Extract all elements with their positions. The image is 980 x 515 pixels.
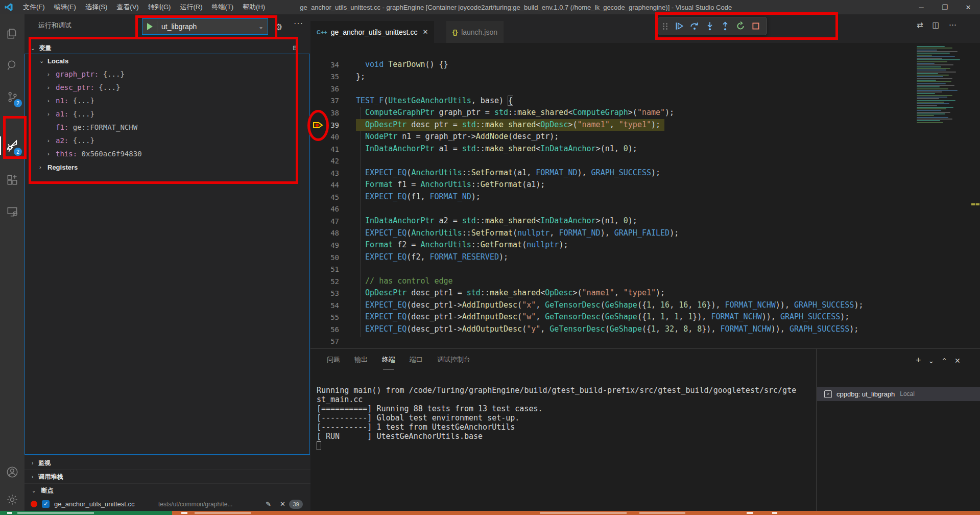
breakpoint-checkbox[interactable]: ✓ (42, 500, 50, 508)
code-line[interactable]: 57 (310, 336, 980, 348)
variables-scope-row[interactable]: ⌄Locals (25, 54, 309, 67)
code-line[interactable]: 36 (310, 83, 980, 95)
gutter[interactable] (310, 203, 326, 216)
panel-tab[interactable]: 终端 (382, 355, 395, 365)
start-debug-icon[interactable] (147, 23, 153, 30)
continue-button[interactable] (672, 18, 687, 34)
collapse-all-icon[interactable]: ⊟ (293, 44, 298, 52)
close-tab-icon[interactable]: ✕ (422, 28, 428, 36)
gutter[interactable] (310, 311, 326, 323)
terminal-session-item[interactable]: > cppdbg: ut_libgraph Local (817, 387, 980, 401)
variable-row[interactable]: f1: ge::FORMAT_NCHW (25, 121, 309, 134)
code-line[interactable]: 51 (310, 263, 980, 275)
edit-breakpoint-icon[interactable]: ✎ (266, 500, 271, 508)
gutter[interactable] (310, 323, 326, 336)
maximize-panel-icon[interactable]: ⌃ (941, 357, 947, 365)
editor-more-icon[interactable]: ⋯ (949, 20, 957, 30)
gutter[interactable] (310, 155, 326, 167)
extensions-icon[interactable] (0, 168, 25, 192)
menu-item[interactable]: 运行(R) (175, 3, 207, 12)
code-editor[interactable]: 34 void TearDown() {}35};3637TEST_F(Utes… (310, 43, 980, 348)
variable-row[interactable]: ›n1: {...} (25, 94, 309, 107)
code-line[interactable]: 46 (310, 203, 980, 216)
gutter[interactable] (310, 179, 326, 191)
terminal-dropdown-icon[interactable]: ⌄ (928, 357, 935, 365)
remove-breakpoint-icon[interactable]: ✕ (280, 500, 285, 508)
menu-item[interactable]: 查看(V) (112, 3, 143, 12)
explorer-icon[interactable] (0, 21, 25, 46)
gutter[interactable] (310, 299, 326, 312)
code-line[interactable]: 53 OpDescPtr desc_ptr1 = std::make_share… (310, 287, 980, 299)
drag-handle-icon[interactable] (663, 23, 668, 30)
variable-row[interactable]: ›desc_ptr: {...} (25, 81, 309, 94)
gutter[interactable] (310, 71, 326, 83)
source-control-icon[interactable]: 2 (0, 85, 25, 109)
remote-status-segment[interactable] (0, 511, 172, 515)
variables-tree[interactable]: ⌄Locals›graph_ptr: {...}›desc_ptr: {...}… (25, 54, 310, 455)
code-line[interactable]: 52 // has control edge (310, 275, 980, 288)
code-line[interactable]: 45 EXPECT_EQ(f1, FORMAT_ND); (310, 191, 980, 203)
code-line[interactable]: 35}; (310, 71, 980, 83)
panel-divider[interactable] (816, 349, 817, 511)
gutter[interactable] (310, 95, 326, 107)
step-into-button[interactable] (702, 18, 718, 34)
more-actions-icon[interactable]: ··· (294, 19, 303, 28)
status-bar[interactable] (0, 511, 980, 515)
code-line[interactable]: 47 InDataAnchorPtr a2 = std::make_shared… (310, 215, 980, 227)
search-icon[interactable] (0, 53, 25, 78)
menu-item[interactable]: 转到(G) (144, 3, 176, 12)
close-button[interactable]: ✕ (957, 0, 980, 14)
restore-button[interactable]: ❐ (933, 0, 957, 14)
variable-row[interactable]: ›a1: {...} (25, 107, 309, 121)
code-line[interactable]: 34 void TearDown() {} (310, 59, 980, 71)
new-terminal-icon[interactable]: + (916, 355, 921, 366)
code-line[interactable]: 40 NodePtr n1 = graph_ptr->AddNode(desc_… (310, 131, 980, 143)
code-line[interactable]: 50 EXPECT_EQ(f2, FORMAT_RESERVED); (310, 251, 980, 264)
gutter[interactable] (310, 83, 326, 95)
stop-button[interactable] (748, 18, 763, 34)
step-over-button[interactable] (687, 18, 702, 34)
code-line[interactable]: 55 EXPECT_EQ(desc_ptr1->AddInputDesc("w"… (310, 311, 980, 323)
account-icon[interactable] (0, 460, 25, 484)
gutter[interactable] (310, 191, 326, 203)
minimize-button[interactable]: ─ (910, 0, 933, 14)
panel-tab[interactable]: 调试控制台 (437, 355, 470, 365)
configure-gear-icon[interactable]: ⚙ (275, 22, 282, 33)
terminal-output[interactable]: Running main() from /code/Turing/graphEn… (317, 386, 809, 450)
debug-status-segment[interactable] (172, 511, 980, 515)
gutter[interactable] (310, 59, 326, 71)
gutter[interactable] (310, 251, 326, 264)
menu-item[interactable]: 帮助(H) (238, 3, 270, 12)
code-line[interactable]: 38 ComputeGraphPtr graph_ptr = std::make… (310, 107, 980, 119)
code-line[interactable]: 56 EXPECT_EQ(desc_ptr1->AddOutputDesc("y… (310, 323, 980, 336)
code-line[interactable]: 44 Format f1 = AnchorUtils::GetFormat(a1… (310, 179, 980, 191)
gutter[interactable] (310, 215, 326, 227)
menu-item[interactable]: 终端(T) (207, 3, 238, 12)
panel-tab[interactable]: 端口 (410, 355, 423, 365)
code-line[interactable]: 54 EXPECT_EQ(desc_ptr1->AddInputDesc("x"… (310, 299, 980, 312)
editor-tab[interactable]: {}launch.json (446, 21, 504, 43)
gutter[interactable] (310, 131, 326, 143)
split-editor-icon[interactable]: ◫ (933, 20, 940, 30)
step-out-button[interactable] (718, 18, 733, 34)
debug-toolbar[interactable] (658, 17, 767, 35)
breakpoint-item[interactable]: ✓ ge_anchor_utils_unittest.cc tests/ut/c… (25, 497, 310, 511)
gutter[interactable] (310, 263, 326, 275)
variables-scope-row[interactable]: ›Registers (25, 160, 309, 174)
editor-tab[interactable]: C++ge_anchor_utils_unittest.cc✕ (310, 21, 434, 43)
gutter[interactable] (310, 239, 326, 251)
variable-row[interactable]: ›graph_ptr: {...} (25, 67, 309, 81)
gutter[interactable] (310, 275, 326, 288)
code-line[interactable]: 41 InDataAnchorPtr a1 = std::make_shared… (310, 143, 980, 155)
minimap[interactable] (916, 46, 965, 128)
variable-row[interactable]: ›this: 0x560ac6f94830 (25, 147, 309, 160)
gutter[interactable] (310, 287, 326, 299)
code-line[interactable]: 39 OpDescPtr desc_ptr = std::make_shared… (310, 119, 980, 131)
code-line[interactable]: 48 EXPECT_EQ(AnchorUtils::SetFormat(null… (310, 227, 980, 240)
settings-gear-icon[interactable] (0, 487, 25, 512)
variable-row[interactable]: ›a2: {...} (25, 134, 309, 147)
menu-item[interactable]: 选择(S) (81, 3, 112, 12)
current-line-breakpoint-icon[interactable] (310, 119, 326, 131)
gutter[interactable] (310, 336, 326, 348)
close-panel-icon[interactable]: ✕ (954, 357, 961, 365)
